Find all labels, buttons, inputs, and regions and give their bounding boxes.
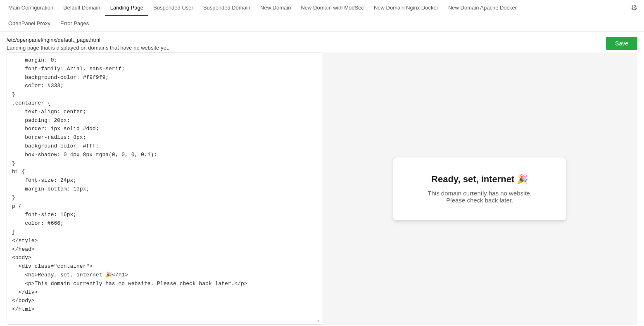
preview-body: This domain currently has no website. Pl…: [418, 190, 541, 204]
tab-new-domain-apache-docker[interactable]: New Domain Apache Docker: [443, 0, 522, 16]
main-layout: margin: 0; font-family: Arial, sans-seri…: [7, 52, 637, 325]
tab-main-config[interactable]: Main Configuration: [3, 0, 58, 16]
preview-title: Ready, set, internet 🎉: [418, 174, 541, 185]
tab-suspended-user[interactable]: Suspended User: [148, 0, 198, 16]
file-path: /etc/openpanel/nginx/default_page.html: [7, 37, 169, 43]
preview-panel: Ready, set, internet 🎉 This domain curre…: [322, 52, 638, 325]
primary-nav: Main Configuration Default Domain Landin…: [0, 0, 644, 16]
resize-handle[interactable]: ⊿: [316, 319, 320, 323]
tab-new-domain-nginx-docker[interactable]: New Domain Nginx Docker: [369, 0, 443, 16]
save-button[interactable]: Save: [606, 37, 637, 50]
editor-panel: margin: 0; font-family: Arial, sans-seri…: [7, 52, 322, 325]
tab-suspended-domain[interactable]: Suspended Domain: [198, 0, 255, 16]
gear-button[interactable]: ⚙: [627, 0, 641, 16]
page-header: /etc/openpanel/nginx/default_page.html L…: [0, 32, 644, 52]
gear-icon: ⚙: [631, 4, 637, 12]
page-description: Landing page that is displayed on domain…: [7, 45, 169, 51]
secondary-nav: OpenPanel Proxy Error Pages: [0, 16, 644, 32]
tab-new-domain-modsec[interactable]: New Domain with ModSec: [296, 0, 368, 16]
tab-openpanel-proxy[interactable]: OpenPanel Proxy: [3, 16, 55, 31]
tab-error-pages[interactable]: Error Pages: [55, 16, 94, 31]
tab-landing-page[interactable]: Landing Page: [105, 0, 148, 16]
code-editor[interactable]: margin: 0; font-family: Arial, sans-seri…: [7, 53, 322, 324]
resize-icon: ⊿: [316, 319, 319, 323]
tab-new-domain[interactable]: New Domain: [255, 0, 296, 16]
page-header-left: /etc/openpanel/nginx/default_page.html L…: [7, 37, 169, 51]
tab-default-domain[interactable]: Default Domain: [58, 0, 105, 16]
preview-card: Ready, set, internet 🎉 This domain curre…: [393, 157, 566, 221]
